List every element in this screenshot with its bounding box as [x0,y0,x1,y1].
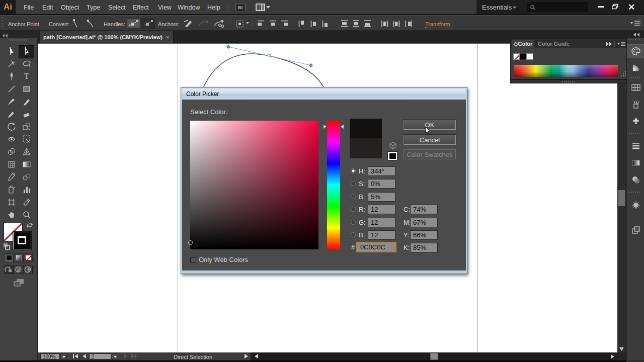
svg-text:T: T [24,72,29,80]
